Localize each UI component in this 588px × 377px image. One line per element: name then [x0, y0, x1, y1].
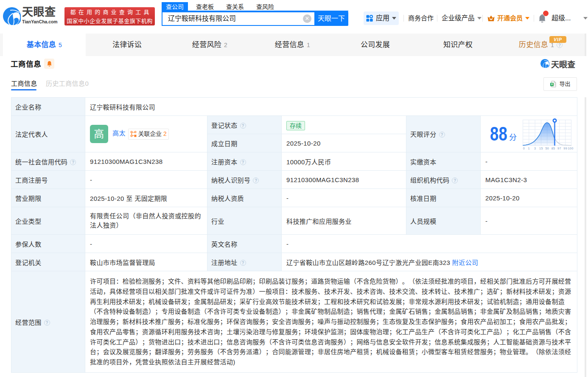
svg-text:X: X [551, 82, 553, 86]
svg-text:97: 97 [557, 146, 561, 150]
svg-text:85: 85 [552, 146, 555, 150]
svg-text:15: 15 [539, 146, 543, 150]
svg-text:100: 100 [568, 146, 573, 150]
svg-text:99: 99 [563, 146, 567, 150]
svg-text:50: 50 [545, 146, 549, 150]
svg-text:3: 3 [534, 146, 536, 150]
svg-text:1: 1 [528, 146, 530, 150]
svg-text:0: 0 [523, 146, 525, 150]
